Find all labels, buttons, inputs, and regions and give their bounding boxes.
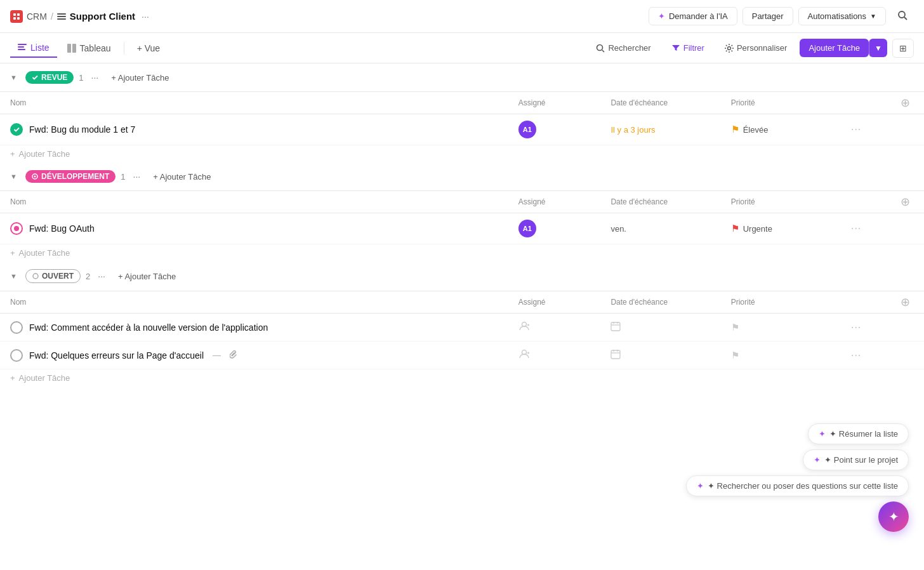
add-task-inline-label: Ajouter Tâche (19, 248, 70, 258)
assign-placeholder-icon[interactable] (518, 349, 530, 362)
col-header-add-dev: ⊕ (887, 191, 924, 213)
progress-inner (14, 226, 19, 231)
table-row[interactable]: Fwd: Bug du module 1 et 7 A1 Il y a 3 jo… (0, 114, 924, 145)
task-priority-ouvert2: ⚑ (721, 341, 841, 369)
col-header-assigned-dev: Assigné (508, 191, 601, 213)
expand-button[interactable]: ⊞ (892, 39, 914, 58)
task-name-label: Fwd: Bug du module 1 et 7 (29, 124, 135, 135)
col-header-priority-ouvert: Priorité (721, 291, 841, 314)
task-dots-button[interactable]: ··· (851, 322, 861, 333)
svg-point-18 (34, 176, 36, 178)
group-developpement-add[interactable]: + Ajouter Tâche (148, 171, 216, 183)
table-row[interactable]: Fwd: Quelques erreurs sur la Page d'accu… (0, 341, 924, 369)
group-revue-badge: REVUE (25, 71, 74, 84)
tab-add-view[interactable]: + Vue (129, 39, 168, 57)
task-priority-dev: ⚑ Urgente (721, 213, 841, 244)
flag-icon: ⚑ (731, 223, 739, 234)
tab-divider (124, 42, 124, 55)
search-label: Rechercher (608, 43, 650, 53)
flag-icon-empty[interactable]: ⚑ (731, 322, 739, 333)
task-dots-button[interactable]: ··· (851, 223, 861, 234)
task-name-label: Fwd: Comment accéder à la nouvelle versi… (29, 322, 268, 333)
menu-icon (57, 12, 66, 21)
developpement-table-header: Nom Assigné Date d'échéance Priorité ⊕ (0, 191, 924, 213)
assign-placeholder-icon[interactable] (518, 321, 530, 334)
task-date-cell: Il y a 3 jours (600, 114, 720, 145)
svg-rect-3 (17, 17, 20, 20)
group-revue-header[interactable]: ▼ REVUE 1 ··· + Ajouter Tâche (0, 63, 924, 91)
task-name-cell-ouvert2: Fwd: Quelques erreurs sur la Page d'accu… (0, 341, 508, 369)
priority-flag: ⚑ Urgente (731, 223, 831, 234)
group-ouvert-count: 2 (86, 272, 90, 281)
revue-table-header: Nom Assigné Date d'échéance Priorité ⊕ (0, 92, 924, 114)
status-progress-icon[interactable] (10, 222, 23, 235)
group-ouvert-header[interactable]: ▼ OUVERT 2 ··· + Ajouter Tâche (0, 262, 924, 291)
attachment-icon (230, 350, 238, 361)
task-name-cell: Fwd: Bug du module 1 et 7 (0, 114, 508, 145)
group-revue-dots[interactable]: ··· (89, 71, 102, 84)
flag-icon-empty[interactable]: ⚑ (731, 350, 739, 361)
revue-task-table: Nom Assigné Date d'échéance Priorité ⊕ (0, 91, 924, 162)
date-placeholder-icon[interactable] (610, 322, 621, 333)
add-column-button[interactable]: ⊕ (901, 96, 910, 109)
group-developpement-header[interactable]: ▼ DÉVELOPPEMENT 1 ··· + Ajouter Tâche (0, 162, 924, 190)
add-task-inline-button-ouvert[interactable]: + Ajouter Tâche (10, 373, 70, 383)
date-placeholder-icon[interactable] (610, 350, 621, 361)
add-task-row-ouvert: + Ajouter Tâche (0, 369, 924, 387)
table-row[interactable]: Fwd: Bug OAuth A1 ven. ⚑ Urgente (0, 213, 924, 244)
group-ouvert-dots[interactable]: ··· (95, 270, 108, 282)
group-developpement-chevron[interactable]: ▼ (10, 173, 20, 180)
col-header-assigned-ouvert: Assigné (508, 291, 601, 314)
task-dots-button[interactable]: ··· (851, 350, 861, 361)
task-dots-ouvert2: ··· (841, 341, 887, 369)
search-button[interactable]: Rechercher (588, 39, 658, 56)
page-title: Support Client (70, 11, 135, 22)
add-task-inline-label: Ajouter Tâche (19, 373, 70, 383)
add-column-button-ouvert[interactable]: ⊕ (901, 296, 910, 308)
personalize-button[interactable]: Personnaliser (717, 39, 795, 56)
add-task-chevron[interactable]: ▼ (869, 39, 887, 57)
tab-tableau[interactable]: Tableau (60, 39, 119, 57)
share-button[interactable]: Partager (742, 7, 793, 25)
add-task-inline-button[interactable]: + Ajouter Tâche (10, 149, 70, 159)
ask-ai-button[interactable]: ✦ Demander à l'IA (649, 7, 737, 25)
breadcrumb-crm[interactable]: CRM (27, 11, 47, 22)
task-date: Il y a 3 jours (610, 125, 655, 135)
automations-button[interactable]: Automatisations ▼ (798, 7, 886, 25)
svg-rect-1 (17, 13, 20, 16)
task-dots-ouvert1: ··· (841, 314, 887, 341)
group-revue-chevron[interactable]: ▼ (10, 74, 20, 81)
sparkle-icon: ✦ (658, 11, 665, 21)
header-actions: ✦ Demander à l'IA Partager Automatisatio… (649, 6, 914, 27)
add-column-button-dev[interactable]: ⊕ (901, 196, 910, 208)
col-header-add-ouvert: ⊕ (887, 291, 924, 314)
task-name-cell-ouvert1: Fwd: Comment accéder à la nouvelle versi… (0, 314, 508, 341)
col-header-actions-ouvert (841, 291, 887, 314)
filter-button[interactable]: Filtrer (664, 39, 712, 56)
svg-rect-0 (13, 13, 16, 16)
tab-liste[interactable]: Liste (10, 39, 57, 58)
col-header-priority-dev: Priorité (721, 191, 841, 213)
search-icon-button[interactable] (891, 6, 914, 27)
task-dots-button[interactable]: ··· (851, 124, 861, 135)
status-open-icon[interactable] (10, 349, 23, 362)
add-task-inline-button-dev[interactable]: + Ajouter Tâche (10, 248, 70, 258)
group-developpement-dots[interactable]: ··· (131, 170, 143, 183)
group-revue-add[interactable]: + Ajouter Tâche (106, 72, 174, 84)
col-header-assigned: Assigné (508, 92, 601, 114)
group-ouvert-add[interactable]: + Ajouter Tâche (113, 270, 181, 282)
table-row[interactable]: Fwd: Comment accéder à la nouvelle versi… (0, 314, 924, 341)
status-open-icon[interactable] (10, 321, 23, 334)
gear-icon (725, 44, 734, 53)
tab-liste-label: Liste (30, 43, 50, 53)
col-header-actions-dev (841, 191, 887, 213)
svg-line-8 (904, 17, 907, 20)
header-dots-button[interactable]: ··· (139, 10, 152, 23)
add-task-button[interactable]: Ajouter Tâche (800, 39, 869, 57)
expand-icon: ⊞ (899, 43, 907, 53)
status-done-icon[interactable] (10, 123, 23, 136)
task-add-dev (887, 213, 924, 244)
task-name-label: Fwd: Quelques erreurs sur la Page d'accu… (29, 350, 204, 361)
group-ouvert-chevron[interactable]: ▼ (10, 272, 20, 280)
col-header-nom-ouvert: Nom (0, 291, 508, 314)
